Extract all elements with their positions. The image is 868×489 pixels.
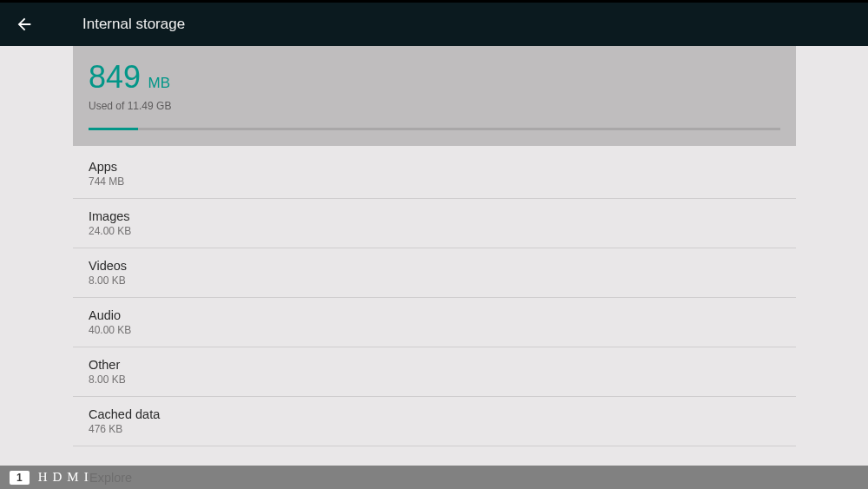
category-audio[interactable]: Audio 40.00 KB (73, 298, 796, 347)
usage-bar-track (89, 128, 780, 130)
used-unit: MB (148, 75, 171, 92)
content-column: 849 MB Used of 11.49 GB Apps 744 MB Imag… (73, 46, 796, 489)
arrow-back-icon (15, 15, 34, 34)
storage-summary[interactable]: 849 MB Used of 11.49 GB (73, 46, 796, 146)
hdmi-overlay: 1 HDMI (0, 466, 868, 489)
back-button[interactable] (14, 14, 35, 35)
hdmi-input-badge: 1 (10, 471, 30, 485)
category-value: 8.00 KB (89, 274, 780, 287)
category-value: 744 MB (89, 175, 780, 188)
used-subtitle: Used of 11.49 GB (89, 100, 780, 112)
page-title: Internal storage (82, 16, 185, 33)
category-label: Other (89, 358, 780, 372)
category-value: 476 KB (89, 423, 780, 435)
category-label: Audio (89, 308, 780, 322)
category-apps[interactable]: Apps 744 MB (73, 146, 796, 199)
category-label: Images (89, 209, 780, 223)
app-bar: Internal storage (0, 3, 868, 46)
category-images[interactable]: Images 24.00 KB (73, 199, 796, 248)
storage-settings-screen: Internal storage 849 MB Used of 11.49 GB… (0, 3, 868, 489)
category-value: 40.00 KB (89, 324, 780, 336)
category-cached-data[interactable]: Cached data 476 KB (73, 397, 796, 446)
category-value: 8.00 KB (89, 373, 780, 386)
hdmi-label: HDMI (38, 470, 94, 485)
used-amount: 849 (89, 62, 141, 93)
category-list: Apps 744 MB Images 24.00 KB Videos 8.00 … (73, 146, 796, 446)
category-label: Apps (89, 160, 780, 174)
category-other[interactable]: Other 8.00 KB (73, 347, 796, 397)
category-label: Cached data (89, 407, 780, 421)
category-label: Videos (89, 259, 780, 273)
category-value: 24.00 KB (89, 225, 780, 237)
usage-bar-fill (89, 128, 138, 130)
category-videos[interactable]: Videos 8.00 KB (73, 248, 796, 298)
